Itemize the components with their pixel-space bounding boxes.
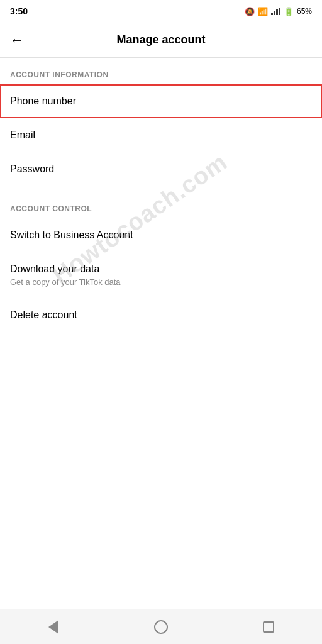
phone-number-label: Phone number [10,96,76,107]
email-label: Email [10,130,35,141]
recents-nav-button[interactable] [250,614,287,640]
delete-account-label: Delete account [10,309,77,321]
phone-number-item[interactable]: Phone number [0,84,322,118]
back-nav-button[interactable] [35,614,72,640]
notification-off-icon: 🔕 [245,7,255,16]
download-data-label: Download your data [10,264,99,275]
switch-business-label: Switch to Business Account [10,230,133,241]
bottom-navigation [0,609,322,644]
password-item[interactable]: Password [0,152,322,186]
delete-account-item[interactable]: Delete account [0,298,322,332]
password-label: Password [10,164,54,175]
home-nav-button[interactable] [142,614,180,640]
status-time: 3:50 [10,6,28,16]
battery-icon: 🔋 [284,7,294,16]
switch-business-item[interactable]: Switch to Business Account [0,218,322,252]
signal-icon [271,8,280,15]
back-nav-icon [48,620,58,634]
wifi-icon: 📶 [258,7,268,16]
account-control-section: ACCOUNT CONTROL Switch to Business Accou… [0,192,322,332]
download-data-subtitle: Get a copy of your TikTok data [10,277,121,287]
download-data-item[interactable]: Download your data Get a copy of your Ti… [0,252,322,298]
account-information-section: ACCOUNT INFORMATION Phone number Email P… [0,58,322,186]
section-divider [0,189,322,189]
email-item[interactable]: Email [0,118,322,152]
status-icons: 🔕 📶 🔋 65% [245,7,312,16]
back-button[interactable]: ← [10,32,24,48]
account-control-header: ACCOUNT CONTROL [0,192,322,218]
battery-percentage: 65% [297,7,312,16]
time-display: 3:50 [10,6,28,16]
home-nav-icon [154,620,168,634]
top-navigation: ← Manage account [0,23,322,58]
back-arrow-icon: ← [10,32,24,48]
page-title: Manage account [116,33,205,47]
account-information-header: ACCOUNT INFORMATION [0,58,322,84]
recents-nav-icon [263,621,274,633]
status-bar: 3:50 🔕 📶 🔋 65% [0,0,322,23]
